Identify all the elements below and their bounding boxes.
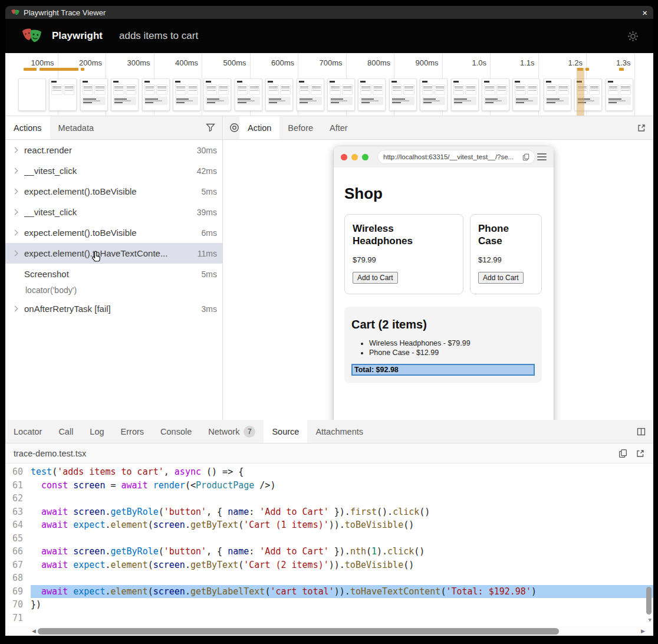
copy-source-icon[interactable] [618,449,627,458]
action-row[interactable]: react.render30ms [5,140,222,160]
filmstrip-thumbnail[interactable] [451,78,479,111]
chevron-right-icon[interactable] [12,306,18,312]
gear-icon[interactable] [627,30,639,42]
snapshot-tabbar: ActionBeforeAfter [223,116,653,140]
add-to-cart-button[interactable]: Add to Cart [353,272,398,284]
action-row[interactable]: expect.element().toHaveTextConte...11ms [5,243,222,264]
filmstrip-thumbnail[interactable] [358,78,386,111]
action-row[interactable]: __vitest_click39ms [5,202,222,222]
tab-call[interactable]: Call [50,420,81,443]
tab-actions[interactable]: Actions [5,116,50,139]
tab-locator[interactable]: Locator [5,420,50,443]
filmstrip-thumbnail[interactable] [235,78,262,111]
tab-console[interactable]: Console [152,420,200,443]
chevron-right-icon[interactable] [12,147,18,153]
tab-before[interactable]: Before [279,116,321,139]
chevron-right-icon[interactable] [12,189,18,195]
line-content: await screen.getByRole('button', { name:… [31,545,653,558]
open-source-external-icon[interactable] [636,449,645,458]
action-row[interactable]: __vitest_click42ms [5,160,222,181]
cart-total-highlighted: Total: $92.98 [351,364,535,376]
traffic-light-minimize-icon[interactable] [351,154,358,160]
timeline-tick-label: 800ms [343,58,390,67]
action-duration: 6ms [197,228,217,238]
chevron-right-icon[interactable] [12,209,18,215]
filmstrip-thumbnail[interactable] [265,78,293,111]
close-icon[interactable]: × [642,8,647,17]
target-icon[interactable] [229,123,239,133]
split-columns-icon[interactable] [636,427,646,436]
add-to-cart-button[interactable]: Add to Cart [478,272,524,284]
filmstrip-thumbnail[interactable] [512,78,540,111]
line-number: 64 [5,518,23,532]
tab-action[interactable]: Action [239,116,279,139]
tab-errors[interactable]: Errors [113,420,152,443]
chevron-right-icon[interactable] [12,251,18,257]
hand-cursor-icon [91,251,103,263]
timeline[interactable]: 100ms200ms300ms400ms500ms600ms700ms800ms… [5,53,653,116]
timeline-activity-mark [585,68,589,71]
line-content [31,532,653,546]
address-bar[interactable]: http://localhost:63315/__vitest_test__/?… [377,150,535,164]
bottom-tabbar: LocatorCallLogErrorsConsoleNetwork7Sourc… [5,420,653,443]
action-row[interactable]: onAfterRetryTask [fail]3ms [5,298,222,319]
scroll-right-icon[interactable]: ▶ [641,628,645,634]
line-content: const screen = await render(<ProductPage… [31,479,653,492]
code-line: 70}) [5,598,653,612]
filmstrip-thumbnail[interactable] [389,78,417,111]
action-duration: 11ms [193,249,217,258]
chevron-right-icon[interactable] [12,168,18,174]
product-card: Phone Case $12.99 Add to Cart [470,214,542,294]
filmstrip-thumbnail[interactable] [482,78,509,111]
filmstrip-thumbnail[interactable] [203,78,231,111]
horizontal-scrollbar-thumb[interactable] [38,628,559,635]
tab-log[interactable]: Log [81,420,112,443]
tab-network[interactable]: Network7 [200,420,264,443]
filmstrip-thumbnail[interactable] [80,78,108,111]
filmstrip-thumbnail[interactable] [327,78,355,111]
filmstrip-thumbnail[interactable] [173,78,200,111]
timeline-selected-range [577,68,584,116]
timeline-tick-label: 100ms [7,58,54,67]
filmstrip-thumbnail[interactable] [111,78,139,111]
bottom-panel: LocatorCallLogErrorsConsoleNetwork7Sourc… [5,420,653,636]
shop-heading: Shop [344,185,543,203]
filter-icon[interactable] [206,123,215,132]
filmstrip-thumbnail[interactable] [420,78,448,111]
copy-url-icon[interactable] [522,153,529,161]
filmstrip-thumbnail[interactable] [606,78,633,111]
tab-source[interactable]: Source [264,420,307,443]
filmstrip-thumbnail[interactable] [297,78,324,111]
browser-menu-icon[interactable] [537,152,547,162]
timeline-tick-label: 1.0s [439,58,486,67]
line-content: test('adds items to cart', async () => { [31,465,653,479]
tab-after[interactable]: After [321,116,356,139]
action-row[interactable]: Screenshot5ms [5,264,222,284]
vertical-scrollbar[interactable] [646,587,652,615]
line-number: 61 [5,479,23,492]
action-row[interactable]: expect.element().toBeVisible5ms [5,181,222,202]
code-line: 63 await screen.getByRole('button', { na… [5,505,653,519]
action-locator-subtitle: locator('body') [5,284,222,296]
tab-attachments[interactable]: Attachments [307,420,371,443]
tab-metadata[interactable]: Metadata [50,116,102,139]
traffic-light-zoom-icon[interactable] [362,154,369,160]
open-external-icon[interactable] [637,123,646,133]
playwright-masks-icon [11,8,19,17]
scroll-down-icon[interactable]: ▼ [649,617,652,623]
action-duration: 30ms [192,146,217,155]
filmstrip-thumbnail[interactable] [544,78,571,111]
filmstrip-thumbnail[interactable] [18,78,46,111]
action-row[interactable]: expect.element().toBeVisible6ms [5,222,222,243]
filmstrip-thumbnail[interactable] [142,78,170,111]
cart-items-list: Wireless Headphones - $79.99 Phone Case … [351,339,535,357]
traffic-light-close-icon[interactable] [341,154,347,160]
cart-item: Phone Case - $12.99 [369,349,535,357]
scroll-left-icon[interactable]: ◀ [32,628,36,634]
filmstrip-thumbnail[interactable] [49,78,77,111]
code-line: 68 [5,571,653,585]
browser-chrome: http://localhost:63315/__vitest_test__/?… [334,146,554,167]
source-code-view: ▼ 60test('adds items to cart', async () … [5,464,653,626]
horizontal-scrollbar[interactable]: ◀ ▶ [5,626,653,636]
chevron-right-icon[interactable] [12,230,18,236]
